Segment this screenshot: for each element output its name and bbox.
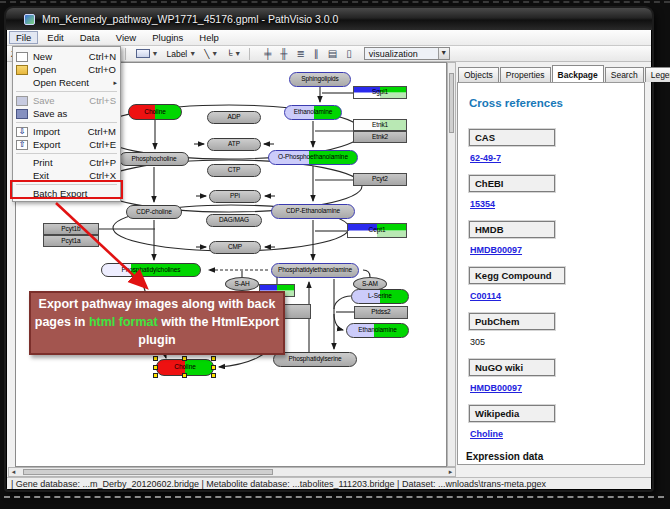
toolbar-tools: ▼Label▼╲▼╘▼: [131, 47, 245, 61]
xref-section-hmdb: HMDBHMDB00097: [469, 221, 634, 255]
node-phosphatidylserine[interactable]: Phosphatidylserine: [273, 352, 357, 367]
tab-backpage[interactable]: Backpage: [552, 65, 604, 82]
node-ctp[interactable]: CTP: [207, 164, 261, 177]
canvas-vertical-scrollbar[interactable]: [447, 62, 456, 467]
selection-handle[interactable]: [153, 373, 158, 378]
node-cmp[interactable]: CMP: [209, 241, 261, 254]
node-dag-mag[interactable]: DAG/MAG: [206, 214, 262, 227]
file-menu-item-shortcut: Ctrl+N: [89, 51, 116, 62]
file-menu-item-label: Save as: [33, 108, 110, 119]
node-sphingolipids[interactable]: Sphingolipids: [289, 72, 351, 87]
vertical-scroll-thumb[interactable]: [449, 73, 454, 133]
menu-help[interactable]: Help: [192, 31, 226, 44]
node-atp[interactable]: ATP: [207, 138, 261, 151]
node-etnk2[interactable]: Etnk2: [353, 131, 407, 143]
node-adp[interactable]: ADP: [207, 111, 261, 124]
file-menu-item-shortcut: Ctrl+S: [89, 95, 116, 106]
label-tool[interactable]: Label▼: [163, 47, 199, 61]
menu-file[interactable]: File: [9, 31, 38, 44]
file-menu-item-new[interactable]: NewCtrl+N: [13, 50, 120, 63]
node-cdp-choline[interactable]: CDP-choline: [126, 205, 182, 219]
node-etnk1[interactable]: Etnk1: [353, 119, 407, 131]
canvas-horizontal-scrollbar[interactable]: ◂ ▸: [8, 467, 456, 477]
node-ethanolamine-top[interactable]: Ethanolamine: [284, 105, 342, 120]
node-o-phosphoethanolamine[interactable]: O-Phosphoethanolamine: [268, 150, 358, 165]
file-menu-item-open[interactable]: OpenCtrl+O: [13, 63, 120, 76]
file-menu-item-export[interactable]: ⇧ExportCtrl+E: [13, 138, 120, 151]
xref-link[interactable]: C00114: [470, 291, 634, 301]
chevron-down-icon[interactable]: ▼: [189, 50, 196, 57]
horizontal-scroll-thumb[interactable]: [23, 469, 273, 475]
xref-link[interactable]: 62-49-7: [470, 153, 634, 163]
node-cept1[interactable]: Cept1: [347, 223, 407, 238]
chevron-down-icon[interactable]: ▼: [234, 50, 241, 57]
selection-handle[interactable]: [182, 356, 187, 361]
xref-value: 305: [470, 337, 634, 347]
node-pcyt2[interactable]: Pcyt2: [353, 173, 407, 186]
menu-data[interactable]: Data: [73, 31, 107, 44]
menu-edit[interactable]: Edit: [40, 31, 70, 44]
stack-horizontal-icon[interactable]: ∥: [314, 48, 319, 59]
tab-search[interactable]: Search: [605, 67, 644, 82]
xref-link[interactable]: HMDB00097: [470, 383, 634, 393]
common-size-icon[interactable]: ▤: [328, 48, 337, 59]
menu-plugins[interactable]: Plugins: [145, 31, 190, 44]
scroll-left-icon[interactable]: ◂: [9, 468, 18, 476]
scroll-right-icon[interactable]: ▸: [446, 468, 455, 476]
tab-legend[interactable]: Legend: [645, 67, 670, 82]
cross-reference-sections: CAS62-49-7ChEBI15354HMDBHMDB00097Kegg Co…: [469, 129, 634, 439]
node-pcyt1b[interactable]: Pcyt1b: [43, 223, 99, 235]
node-ppi[interactable]: PPi: [209, 190, 261, 203]
tab-properties[interactable]: Properties: [500, 67, 551, 82]
xref-link[interactable]: 15354: [470, 199, 634, 209]
node-ptdss2[interactable]: Ptdss2: [354, 306, 408, 319]
selection-handle[interactable]: [153, 365, 158, 370]
file-menu-item-open-recent[interactable]: Open Recent▸: [13, 76, 120, 89]
selection-handle[interactable]: [153, 356, 158, 361]
selection-handle[interactable]: [211, 373, 216, 378]
menu-separator: [16, 122, 117, 123]
blank-icon: [16, 158, 28, 168]
align-center-icon[interactable]: ╪: [264, 48, 271, 59]
node-cdp-ethanolamine[interactable]: CDP-Ethanolamine: [271, 204, 355, 219]
node-phosphatidylcholines[interactable]: Phosphatidylcholines: [101, 263, 201, 277]
node-s-ah[interactable]: S-AH: [225, 277, 259, 291]
file-menu-item-import[interactable]: ⇩ImportCtrl+M: [13, 125, 120, 138]
selection-handle[interactable]: [211, 356, 216, 361]
tab-objects[interactable]: Objects: [458, 67, 499, 82]
node-l-serine[interactable]: L-Serine: [351, 289, 409, 304]
node-pcyt1a[interactable]: Pcyt1a: [43, 235, 99, 247]
xref-title: HMDB: [469, 221, 555, 238]
line-tool[interactable]: ╲▼: [201, 47, 221, 61]
annotation-text-after: with the HtmlExport plugin: [138, 315, 279, 347]
file-menu-item-label: Open Recent: [33, 77, 110, 88]
node-sgpl1[interactable]: Sgpl1: [353, 86, 407, 99]
chevron-down-icon[interactable]: ▼: [438, 48, 449, 59]
menu-view[interactable]: View: [109, 31, 143, 44]
layout-icon[interactable]: ▯: [346, 48, 352, 59]
node-ethanolamine-bottom[interactable]: Ethanolamine: [346, 323, 409, 338]
file-menu-item-save[interactable]: SaveCtrl+S: [13, 94, 120, 107]
xref-link[interactable]: HMDB00097: [470, 245, 634, 255]
gene-tool[interactable]: ▼: [133, 47, 162, 61]
xref-section-wikipedia: WikipediaCholine: [469, 405, 634, 439]
title-bar: Mm_Kennedy_pathway_WP1771_45176.gpml - P…: [6, 8, 652, 30]
menu-separator: [16, 153, 117, 154]
node-choline-top[interactable]: Choline: [128, 104, 182, 120]
node-phosphatidylethanolamine[interactable]: Phosphatidylethanolamine: [271, 263, 359, 278]
xref-link[interactable]: Choline: [470, 429, 634, 439]
align-middle-icon[interactable]: ╫: [280, 48, 287, 59]
connector-tool[interactable]: ╘▼: [223, 47, 244, 61]
file-menu-item-print[interactable]: PrintCtrl+P: [13, 156, 120, 169]
file-menu-item-shortcut: Ctrl+E: [89, 139, 116, 150]
selection-handle[interactable]: [211, 365, 216, 370]
stack-vertical-icon[interactable]: ≣: [296, 48, 304, 59]
chevron-down-icon[interactable]: ▼: [211, 50, 218, 57]
node-phosphocholine[interactable]: Phosphocholine: [119, 152, 189, 166]
chevron-down-icon[interactable]: ▼: [152, 50, 159, 57]
selection-handle[interactable]: [182, 373, 187, 378]
xref-title: NuGO wiki: [469, 359, 555, 376]
file-menu-item-save-as[interactable]: Save as: [13, 107, 120, 120]
file-menu-item-label: Print: [33, 157, 83, 168]
visualization-combobox[interactable]: visualization ▼: [364, 47, 450, 60]
